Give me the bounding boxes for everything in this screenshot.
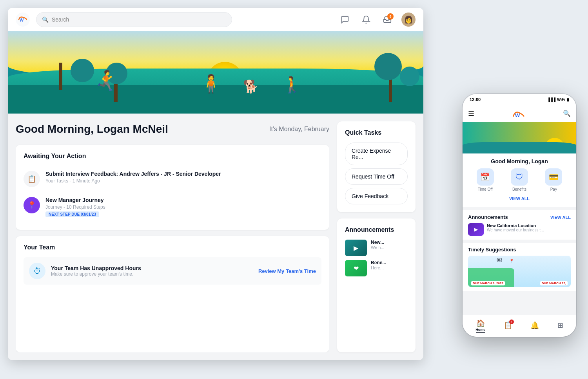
phone-status-bar: 12:00 ▐▐▐ WiFi ▮ bbox=[463, 94, 576, 105]
journey-due-badge: NEXT STEP DUE 03/01/23 bbox=[45, 211, 99, 217]
awaiting-action-card: Awaiting Your Action 📋 Submit Interview … bbox=[16, 145, 329, 230]
time-off-label: Time Off bbox=[478, 187, 493, 191]
desktop-app: W 🔍 8 bbox=[8, 8, 423, 360]
phone-top-nav: ☰ W 🔍 bbox=[463, 105, 576, 122]
greeting-text: Good Morning, Logan McNeil bbox=[16, 123, 168, 135]
your-team-card: Your Team ⏱ Your Team Has Unapproved Hou… bbox=[16, 236, 329, 352]
phone-view-all[interactable]: VIEW ALL bbox=[468, 195, 571, 204]
request-time-off-button[interactable]: Request Time Off bbox=[345, 168, 408, 185]
phone-suggestions-title: Timely Suggestions bbox=[468, 247, 516, 253]
awaiting-action-title: Awaiting Your Action bbox=[24, 153, 321, 160]
phone-announcements-title: Announcements bbox=[468, 214, 508, 220]
home-label: Home bbox=[475, 328, 485, 332]
notifications-button[interactable] bbox=[359, 13, 373, 27]
team-text: Your Team Has Unapproved Hours Make sure… bbox=[51, 265, 141, 277]
phone-nav-tasks[interactable]: 📋 ! bbox=[504, 321, 512, 331]
ann-title-1: New... bbox=[371, 240, 385, 245]
phone-pay-icon[interactable]: 💳 Pay bbox=[545, 168, 562, 191]
team-item-subtitle: Make sure to approve your team's time. bbox=[51, 271, 141, 277]
phone-content: Good Morning, Logan 📅 Time Off 🛡 Benefit… bbox=[463, 122, 576, 315]
phone-announcements-header: Announcements VIEW ALL bbox=[468, 214, 571, 220]
messages-button[interactable] bbox=[338, 13, 352, 27]
right-column: Quick Tasks Create Expense Re... Request… bbox=[337, 121, 416, 352]
signal-icon: ▐▐▐ bbox=[547, 97, 555, 102]
benefits-circle: 🛡 bbox=[511, 168, 528, 186]
phone-time-off-icon[interactable]: 📅 Time Off bbox=[477, 168, 494, 191]
wifi-icon: WiFi bbox=[557, 97, 565, 102]
phone-benefits-icon[interactable]: 🛡 Benefits bbox=[511, 168, 528, 191]
left-column: Good Morning, Logan McNeil It's Monday, … bbox=[16, 121, 329, 352]
workday-logo[interactable]: W bbox=[16, 13, 30, 27]
team-hours-icon: ⏱ bbox=[29, 263, 45, 279]
phone-chart: 0/3 📍 DUE MARCH 8, 2023 DUE MARCH 22, bbox=[468, 256, 571, 287]
interview-icon: 📋 bbox=[24, 171, 40, 187]
phone-nav-notifications[interactable]: 🔔 bbox=[530, 321, 539, 331]
phone-greeting-section: Good Morning, Logan 📅 Time Off 🛡 Benefit… bbox=[463, 153, 576, 207]
phone-hero-ground bbox=[463, 142, 576, 153]
tasks-icon: 📋 ! bbox=[504, 321, 512, 330]
phone-status-icons: ▐▐▐ WiFi ▮ bbox=[547, 97, 569, 102]
bell-icon: 🔔 bbox=[530, 321, 539, 330]
ann-title-2: Bene... bbox=[371, 260, 386, 265]
svg-text:W: W bbox=[515, 112, 520, 118]
main-content: Good Morning, Logan McNeil It's Monday, … bbox=[8, 114, 423, 360]
phone-logo[interactable]: W bbox=[511, 108, 526, 119]
journey-subtitle: Journey - 10 Required Steps bbox=[45, 204, 105, 210]
action-item-interview[interactable]: 📋 Submit Interview Feedback: Andrew Jeff… bbox=[24, 166, 321, 192]
review-team-time-link[interactable]: Review My Team's Time bbox=[258, 268, 316, 274]
phone-ann-subtitle: We have moved our business t... bbox=[487, 228, 544, 232]
phone-announcements-view-all[interactable]: VIEW ALL bbox=[550, 215, 571, 220]
chart-pin: 📍 bbox=[509, 259, 514, 263]
phone-ann-title: New California Location bbox=[487, 223, 544, 228]
phone-menu-icon[interactable]: ☰ bbox=[468, 109, 474, 118]
search-input[interactable] bbox=[52, 16, 226, 23]
phone-suggestions-header: Timely Suggestions bbox=[468, 247, 571, 253]
create-expense-button[interactable]: Create Expense Re... bbox=[345, 143, 408, 165]
top-nav: W 🔍 8 bbox=[8, 8, 423, 31]
ann-thumb-1: ▶ bbox=[345, 240, 367, 256]
phone-ann-text: New California Location We have moved ou… bbox=[487, 223, 544, 232]
home-icon: 🏠 bbox=[476, 319, 485, 328]
ann-text-2: Bene... Here... bbox=[371, 260, 386, 276]
pay-label: Pay bbox=[550, 187, 557, 191]
phone-nav-menu[interactable]: ⊞ bbox=[557, 321, 563, 331]
mobile-phone: 12:00 ▐▐▐ WiFi ▮ ☰ W 🔍 Good Morning, Log… bbox=[463, 94, 576, 337]
phone-ann-item[interactable]: ▶ New California Location We have moved … bbox=[468, 223, 571, 236]
phone-nav-home[interactable]: 🏠 Home bbox=[475, 319, 485, 333]
interview-title: Submit Interview Feedback: Andrew Jeffer… bbox=[45, 171, 221, 177]
action-item-journey[interactable]: 📍 New Manager Journey Journey - 10 Requi… bbox=[24, 192, 321, 222]
phone-search-icon[interactable]: 🔍 bbox=[563, 110, 571, 117]
ann-thumb-2: ❤ bbox=[345, 260, 367, 276]
journey-text: New Manager Journey Journey - 10 Require… bbox=[45, 197, 105, 217]
user-avatar[interactable]: 👩 bbox=[401, 13, 416, 27]
nav-icons: 8 👩 bbox=[338, 13, 416, 27]
announcement-item-2[interactable]: ❤ Bene... Here... bbox=[345, 260, 408, 276]
phone-greeting: Good Morning, Logan bbox=[468, 158, 571, 164]
inbox-button[interactable]: 8 bbox=[380, 13, 394, 27]
announcements-card: Announcements ▶ New... We h... ❤ Bene...… bbox=[337, 218, 416, 352]
tasks-badge: ! bbox=[509, 319, 514, 324]
ann-text-1: New... We h... bbox=[371, 240, 385, 256]
phone-announcements: Announcements VIEW ALL ▶ New California … bbox=[463, 210, 576, 240]
interview-subtitle: Your Tasks - 1 Minute Ago bbox=[45, 178, 221, 184]
quick-tasks-title: Quick Tasks bbox=[345, 129, 408, 136]
benefits-label: Benefits bbox=[512, 187, 526, 191]
phone-time: 12:00 bbox=[470, 97, 481, 102]
phone-ann-thumb: ▶ bbox=[468, 223, 484, 236]
search-icon: 🔍 bbox=[42, 16, 49, 23]
hero-banner: 🏃 🧍 🐕 🚶 bbox=[8, 31, 423, 114]
interview-text: Submit Interview Feedback: Andrew Jeffer… bbox=[45, 171, 221, 184]
announcements-title: Announcements bbox=[345, 226, 408, 233]
greeting-date: It's Monday, February bbox=[269, 126, 329, 133]
announcement-item-1[interactable]: ▶ New... We h... bbox=[345, 240, 408, 256]
svg-text:W: W bbox=[20, 18, 24, 22]
search-bar[interactable]: 🔍 bbox=[36, 12, 232, 27]
give-feedback-button[interactable]: Give Feedback bbox=[345, 188, 408, 204]
inbox-badge: 8 bbox=[387, 13, 394, 20]
time-off-circle: 📅 bbox=[477, 168, 494, 186]
chart-counter: 0/3 bbox=[497, 258, 502, 262]
chart-label-left: DUE MARCH 8, 2023 bbox=[471, 281, 505, 285]
team-item-title: Your Team Has Unapproved Hours bbox=[51, 265, 141, 271]
quick-tasks-card: Quick Tasks Create Expense Re... Request… bbox=[337, 121, 416, 212]
phone-quick-icons: 📅 Time Off 🛡 Benefits 💳 Pay bbox=[468, 168, 571, 191]
